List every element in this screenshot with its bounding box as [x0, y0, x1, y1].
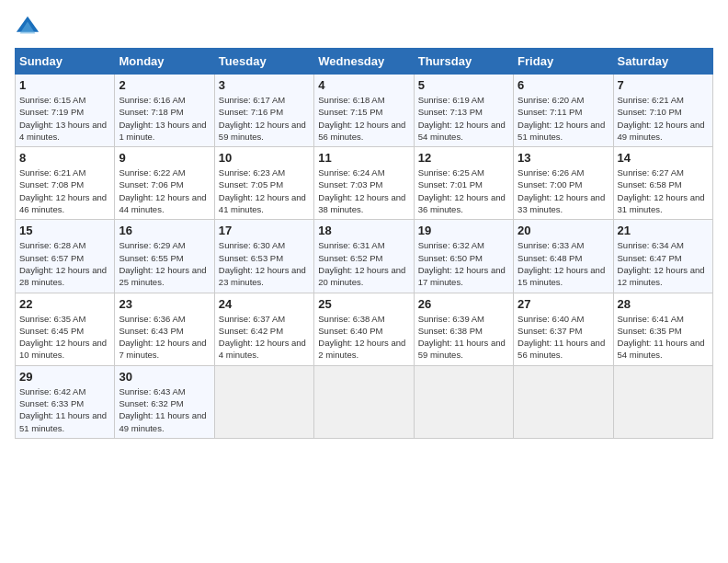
day-detail: Sunrise: 6:27 AMSunset: 6:58 PMDaylight:…	[618, 167, 709, 215]
calendar-cell: 26Sunrise: 6:39 AMSunset: 6:38 PMDayligh…	[414, 293, 513, 365]
weekday-header-saturday: Saturday	[613, 49, 712, 75]
calendar-cell: 25Sunrise: 6:38 AMSunset: 6:40 PMDayligh…	[314, 293, 414, 365]
day-number: 29	[19, 370, 110, 384]
calendar-cell: 27Sunrise: 6:40 AMSunset: 6:37 PMDayligh…	[514, 293, 613, 365]
day-detail: Sunrise: 6:33 AMSunset: 6:48 PMDaylight:…	[518, 239, 609, 288]
day-number: 9	[119, 151, 210, 165]
day-detail: Sunrise: 6:20 AMSunset: 7:11 PMDaylight:…	[518, 94, 609, 143]
day-number: 13	[518, 151, 609, 165]
weekday-header-thursday: Thursday	[414, 49, 513, 75]
day-detail: Sunrise: 6:22 AMSunset: 7:06 PMDaylight:…	[119, 167, 210, 215]
day-number: 21	[618, 224, 709, 237]
weekday-header-tuesday: Tuesday	[214, 49, 313, 75]
day-number: 4	[318, 78, 409, 92]
calendar-week-2: 8Sunrise: 6:21 AMSunset: 7:08 PMDaylight…	[16, 147, 713, 220]
day-number: 30	[119, 370, 210, 384]
day-detail: Sunrise: 6:31 AMSunset: 6:52 PMDaylight:…	[318, 239, 409, 288]
calendar-cell: 13Sunrise: 6:26 AMSunset: 7:00 PMDayligh…	[514, 147, 613, 220]
day-detail: Sunrise: 6:21 AMSunset: 7:10 PMDaylight:…	[618, 94, 709, 143]
logo-icon	[15, 15, 40, 40]
day-detail: Sunrise: 6:43 AMSunset: 6:32 PMDaylight:…	[119, 385, 210, 434]
day-number: 2	[119, 78, 210, 92]
day-detail: Sunrise: 6:19 AMSunset: 7:13 PMDaylight:…	[418, 94, 509, 143]
day-number: 11	[318, 151, 409, 165]
day-number: 6	[518, 78, 609, 92]
day-detail: Sunrise: 6:41 AMSunset: 6:35 PMDaylight:…	[618, 313, 709, 362]
day-number: 14	[618, 151, 709, 165]
weekday-header-sunday: Sunday	[16, 49, 115, 75]
day-detail: Sunrise: 6:38 AMSunset: 6:40 PMDaylight:…	[318, 313, 409, 362]
day-number: 3	[219, 78, 310, 92]
calendar-cell: 12Sunrise: 6:25 AMSunset: 7:01 PMDayligh…	[414, 147, 513, 220]
calendar-header-row: SundayMondayTuesdayWednesdayThursdayFrid…	[16, 49, 713, 75]
calendar-cell: 22Sunrise: 6:35 AMSunset: 6:45 PMDayligh…	[16, 293, 115, 365]
day-number: 15	[19, 224, 110, 237]
calendar-week-4: 22Sunrise: 6:35 AMSunset: 6:45 PMDayligh…	[16, 293, 713, 365]
day-number: 27	[518, 297, 609, 311]
day-detail: Sunrise: 6:29 AMSunset: 6:55 PMDaylight:…	[119, 239, 210, 288]
calendar-week-1: 1Sunrise: 6:15 AMSunset: 7:19 PMDaylight…	[16, 75, 713, 147]
calendar-cell: 11Sunrise: 6:24 AMSunset: 7:03 PMDayligh…	[314, 147, 414, 220]
day-detail: Sunrise: 6:24 AMSunset: 7:03 PMDaylight:…	[318, 167, 409, 215]
day-detail: Sunrise: 6:32 AMSunset: 6:50 PMDaylight:…	[418, 239, 509, 288]
day-number: 26	[418, 297, 509, 311]
calendar-cell: 28Sunrise: 6:41 AMSunset: 6:35 PMDayligh…	[613, 293, 712, 365]
weekday-header-wednesday: Wednesday	[314, 49, 414, 75]
day-detail: Sunrise: 6:15 AMSunset: 7:19 PMDaylight:…	[19, 94, 110, 143]
day-number: 7	[618, 78, 709, 92]
day-number: 19	[418, 224, 509, 237]
calendar-cell: 9Sunrise: 6:22 AMSunset: 7:06 PMDaylight…	[115, 147, 214, 220]
day-detail: Sunrise: 6:39 AMSunset: 6:38 PMDaylight:…	[418, 313, 509, 362]
day-number: 12	[418, 151, 509, 165]
day-number: 23	[119, 297, 210, 311]
page-header	[15, 15, 713, 40]
day-number: 20	[518, 224, 609, 237]
logo	[15, 15, 42, 40]
calendar-cell: 17Sunrise: 6:30 AMSunset: 6:53 PMDayligh…	[214, 220, 313, 293]
day-number: 5	[418, 78, 509, 92]
calendar-cell: 29Sunrise: 6:42 AMSunset: 6:33 PMDayligh…	[16, 365, 115, 438]
day-detail: Sunrise: 6:25 AMSunset: 7:01 PMDaylight:…	[418, 167, 509, 215]
day-detail: Sunrise: 6:23 AMSunset: 7:05 PMDaylight:…	[219, 167, 310, 215]
day-detail: Sunrise: 6:21 AMSunset: 7:08 PMDaylight:…	[19, 167, 110, 215]
calendar-cell: 6Sunrise: 6:20 AMSunset: 7:11 PMDaylight…	[514, 75, 613, 147]
weekday-header-friday: Friday	[514, 49, 613, 75]
calendar-cell	[214, 365, 313, 438]
calendar-cell: 10Sunrise: 6:23 AMSunset: 7:05 PMDayligh…	[214, 147, 313, 220]
day-detail: Sunrise: 6:30 AMSunset: 6:53 PMDaylight:…	[219, 239, 310, 288]
calendar-cell: 18Sunrise: 6:31 AMSunset: 6:52 PMDayligh…	[314, 220, 414, 293]
day-detail: Sunrise: 6:34 AMSunset: 6:47 PMDaylight:…	[618, 239, 709, 288]
day-number: 22	[19, 297, 110, 311]
day-number: 18	[318, 224, 409, 237]
day-number: 24	[219, 297, 310, 311]
calendar-cell: 15Sunrise: 6:28 AMSunset: 6:57 PMDayligh…	[16, 220, 115, 293]
calendar-cell: 19Sunrise: 6:32 AMSunset: 6:50 PMDayligh…	[414, 220, 513, 293]
calendar-table: SundayMondayTuesdayWednesdayThursdayFrid…	[15, 48, 713, 439]
calendar-cell	[314, 365, 414, 438]
day-number: 25	[318, 297, 409, 311]
day-detail: Sunrise: 6:42 AMSunset: 6:33 PMDaylight:…	[19, 385, 110, 434]
day-detail: Sunrise: 6:28 AMSunset: 6:57 PMDaylight:…	[19, 239, 110, 288]
calendar-week-5: 29Sunrise: 6:42 AMSunset: 6:33 PMDayligh…	[16, 365, 713, 438]
calendar-cell: 21Sunrise: 6:34 AMSunset: 6:47 PMDayligh…	[613, 220, 712, 293]
calendar-cell: 5Sunrise: 6:19 AMSunset: 7:13 PMDaylight…	[414, 75, 513, 147]
calendar-cell: 1Sunrise: 6:15 AMSunset: 7:19 PMDaylight…	[16, 75, 115, 147]
weekday-header-monday: Monday	[115, 49, 214, 75]
day-detail: Sunrise: 6:18 AMSunset: 7:15 PMDaylight:…	[318, 94, 409, 143]
calendar-cell: 16Sunrise: 6:29 AMSunset: 6:55 PMDayligh…	[115, 220, 214, 293]
day-detail: Sunrise: 6:16 AMSunset: 7:18 PMDaylight:…	[119, 94, 210, 143]
day-number: 17	[219, 224, 310, 237]
day-number: 1	[19, 78, 110, 92]
calendar-week-3: 15Sunrise: 6:28 AMSunset: 6:57 PMDayligh…	[16, 220, 713, 293]
calendar-cell: 7Sunrise: 6:21 AMSunset: 7:10 PMDaylight…	[613, 75, 712, 147]
calendar-cell: 30Sunrise: 6:43 AMSunset: 6:32 PMDayligh…	[115, 365, 214, 438]
calendar-cell: 8Sunrise: 6:21 AMSunset: 7:08 PMDaylight…	[16, 147, 115, 220]
calendar-cell	[613, 365, 712, 438]
day-detail: Sunrise: 6:17 AMSunset: 7:16 PMDaylight:…	[219, 94, 310, 143]
calendar-cell: 14Sunrise: 6:27 AMSunset: 6:58 PMDayligh…	[613, 147, 712, 220]
calendar-cell	[414, 365, 513, 438]
day-number: 28	[618, 297, 709, 311]
calendar-cell	[514, 365, 613, 438]
day-detail: Sunrise: 6:40 AMSunset: 6:37 PMDaylight:…	[518, 313, 609, 362]
calendar-cell: 23Sunrise: 6:36 AMSunset: 6:43 PMDayligh…	[115, 293, 214, 365]
